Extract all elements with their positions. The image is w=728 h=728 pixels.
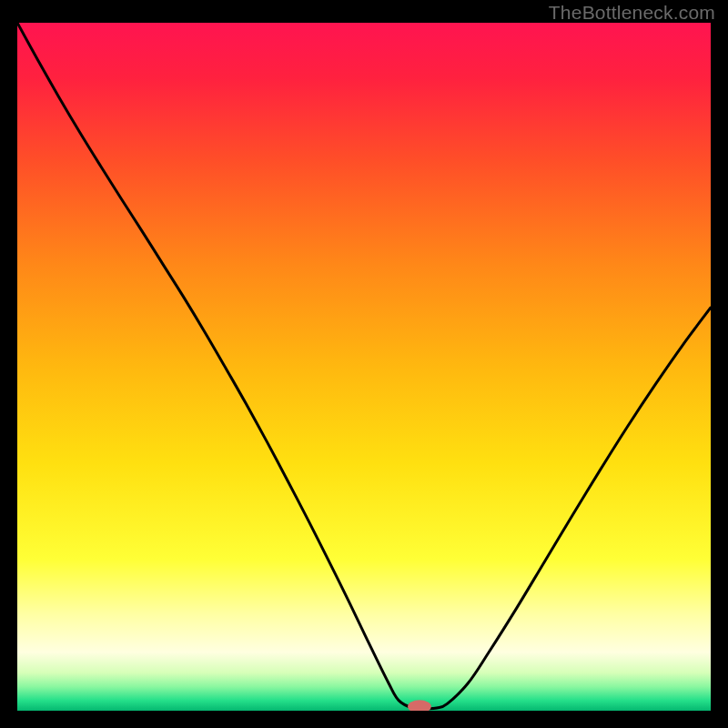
plot-area — [17, 23, 711, 711]
watermark-text: TheBottleneck.com — [549, 2, 715, 24]
gradient-background — [17, 23, 711, 711]
chart-frame: TheBottleneck.com — [0, 0, 728, 728]
bottleneck-chart — [17, 23, 711, 711]
